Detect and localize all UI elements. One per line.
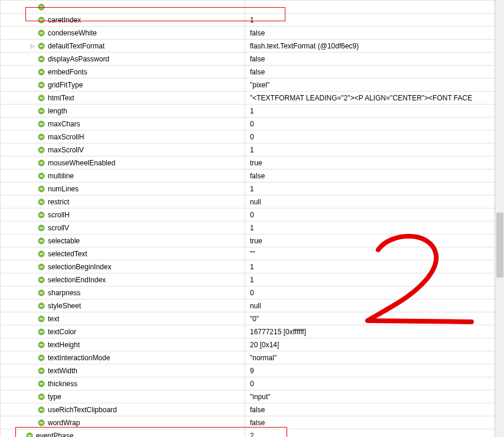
property-value-cell[interactable]: "pixel" [245,79,504,91]
property-name-cell[interactable]: eventPhase [1,429,245,437]
table-row[interactable]: textWidth9 [1,364,504,377]
vertical-scrollbar[interactable] [495,0,504,437]
property-name-cell[interactable]: sharpness [1,286,245,299]
property-value-cell[interactable]: 20 [0x14] [245,338,504,351]
property-value-cell[interactable]: false [245,27,504,39]
table-row[interactable]: eventPhase2 [1,429,504,437]
table-row[interactable]: mouseWheelEnabledtrue [1,156,504,169]
property-value-cell[interactable]: 1 [245,260,504,273]
table-row[interactable]: selectedText"" [1,247,504,260]
property-name-cell[interactable]: htmlText [1,92,245,104]
table-row[interactable]: maxScrollV1 [1,144,504,156]
table-row[interactable]: multilinefalse [1,169,504,182]
property-name-cell[interactable]: maxScrollV [1,144,245,156]
table-row[interactable]: selectionEndIndex1 [1,273,504,286]
property-value-cell[interactable]: 0 [245,118,504,130]
property-name-cell[interactable]: selectable [1,234,245,247]
property-name-cell[interactable]: embedFonts [1,66,245,78]
property-grid[interactable]: caretIndex1condenseWhitefalse▷defaultTex… [0,0,504,437]
property-name-cell[interactable]: selectionBeginIndex [1,260,245,273]
property-name-cell[interactable]: textHeight [1,338,245,351]
table-row[interactable]: embedFontsfalse [1,66,504,79]
table-row[interactable]: textInteractionMode"normal" [1,351,504,364]
property-name-cell[interactable]: numLines [1,182,245,195]
property-name-cell[interactable]: multiline [1,169,245,182]
property-value-cell[interactable]: "" [245,247,504,260]
property-name-cell[interactable]: text [1,312,245,325]
table-row[interactable]: styleSheetnull [1,299,504,312]
property-value-cell[interactable]: false [245,169,504,182]
property-value-cell[interactable]: false [245,53,504,65]
property-value-cell[interactable]: 2 [245,429,504,437]
property-value-cell[interactable]: false [245,416,504,429]
property-value-cell[interactable]: 9 [245,364,504,377]
property-name-cell[interactable]: textColor [1,325,245,338]
property-name-cell[interactable]: caretIndex [1,14,245,26]
expander-icon[interactable]: ▷ [29,40,36,52]
property-value-cell[interactable]: 1 [245,14,504,26]
property-name-cell[interactable]: type [1,390,245,403]
property-value-cell[interactable]: 1 [245,273,504,286]
property-value-cell[interactable]: false [245,66,504,78]
property-name-cell[interactable]: restrict [1,195,245,208]
property-value-cell[interactable]: 0 [245,131,504,143]
table-row[interactable]: numLines1 [1,182,504,195]
property-value-cell[interactable]: flash.text.TextFormat (@10df6ec9) [245,40,504,52]
table-row[interactable]: sharpness0 [1,286,504,299]
property-name-cell[interactable]: textInteractionMode [1,351,245,364]
table-row[interactable]: maxScrollH0 [1,131,504,144]
property-value-cell[interactable]: true [245,156,504,169]
property-name-cell[interactable]: selectedText [1,247,245,260]
scrollbar-thumb[interactable] [496,213,503,278]
property-value-cell[interactable]: 16777215 [0xffffff] [245,325,504,338]
property-value-cell[interactable] [245,1,504,13]
table-row[interactable]: selectabletrue [1,234,504,247]
property-name-cell[interactable]: wordWrap [1,416,245,429]
property-name-cell[interactable]: gridFitType [1,79,245,91]
table-row[interactable]: ▷defaultTextFormatflash.text.TextFormat … [1,40,504,53]
table-row[interactable]: type"input" [1,390,504,403]
property-value-cell[interactable]: true [245,234,504,247]
table-row[interactable]: restrictnull [1,195,504,208]
table-row[interactable]: textColor16777215 [0xffffff] [1,325,504,338]
table-row[interactable]: caretIndex1 [1,14,504,27]
table-row[interactable]: displayAsPasswordfalse [1,53,504,66]
property-value-cell[interactable]: "<TEXTFORMAT LEADING="2"><P ALIGN="CENTE… [245,92,504,104]
property-value-cell[interactable]: 1 [245,182,504,195]
table-row[interactable] [1,1,504,14]
table-row[interactable]: scrollV1 [1,221,504,234]
property-value-cell[interactable]: 0 [245,286,504,299]
property-value-cell[interactable]: null [245,299,504,312]
table-row[interactable]: wordWrapfalse [1,416,504,429]
property-value-cell[interactable]: "normal" [245,351,504,364]
table-row[interactable]: htmlText"<TEXTFORMAT LEADING="2"><P ALIG… [1,92,504,105]
property-value-cell[interactable]: null [245,195,504,208]
table-row[interactable]: useRichTextClipboardfalse [1,403,504,416]
property-name-cell[interactable]: mouseWheelEnabled [1,156,245,169]
property-name-cell[interactable]: useRichTextClipboard [1,403,245,416]
property-value-cell[interactable]: 1 [245,144,504,156]
property-name-cell[interactable]: ▷defaultTextFormat [1,40,245,52]
property-name-cell[interactable]: scrollH [1,208,245,221]
table-row[interactable]: condenseWhitefalse [1,27,504,40]
table-row[interactable]: textHeight20 [0x14] [1,338,504,351]
property-name-cell[interactable]: scrollV [1,221,245,234]
table-row[interactable]: thickness0 [1,377,504,390]
property-name-cell[interactable]: length [1,105,245,117]
property-value-cell[interactable]: 1 [245,105,504,117]
property-value-cell[interactable]: 1 [245,221,504,234]
table-row[interactable]: scrollH0 [1,208,504,221]
property-name-cell[interactable]: condenseWhite [1,27,245,39]
table-row[interactable]: maxChars0 [1,118,504,131]
property-value-cell[interactable]: false [245,403,504,416]
property-value-cell[interactable]: 0 [245,208,504,221]
property-name-cell[interactable] [1,1,245,13]
property-name-cell[interactable]: styleSheet [1,299,245,312]
property-name-cell[interactable]: maxScrollH [1,131,245,143]
property-value-cell[interactable]: "0" [245,312,504,325]
table-row[interactable]: gridFitType"pixel" [1,79,504,92]
table-row[interactable]: selectionBeginIndex1 [1,260,504,273]
property-name-cell[interactable]: thickness [1,377,245,390]
property-name-cell[interactable]: textWidth [1,364,245,377]
property-name-cell[interactable]: displayAsPassword [1,53,245,65]
